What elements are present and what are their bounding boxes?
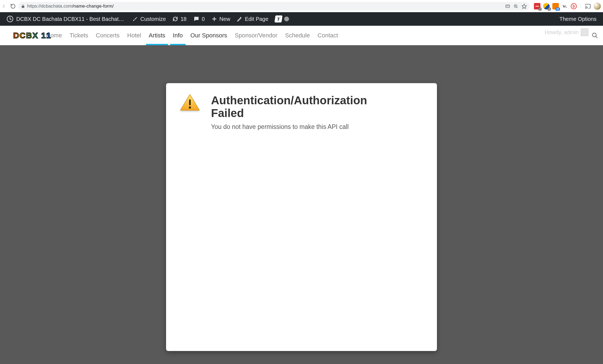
divider	[581, 4, 581, 9]
nav-sponsor-vendor[interactable]: Sponsor/Vendor	[235, 26, 278, 45]
error-card: Authentication/Authorization Failed You …	[166, 83, 437, 351]
wp-site-title[interactable]: DCBX DC Bachata DCBX11 - Best Bachata...	[7, 15, 126, 22]
nav-info[interactable]: Info	[173, 26, 183, 45]
nav-tickets[interactable]: Tickets	[70, 26, 88, 45]
warning-icon-wrap	[179, 94, 201, 111]
svg-line-5	[517, 7, 518, 8]
svg-marker-6	[522, 4, 527, 8]
extension-icon-color[interactable]: 4	[543, 3, 550, 9]
search-icon[interactable]	[592, 32, 598, 39]
howdy-label: Howdy, admin	[545, 29, 579, 35]
brush-icon	[132, 16, 138, 22]
wp-edit-label: Edit Page	[245, 16, 268, 22]
error-title: Authentication/Authorization Failed	[211, 94, 367, 119]
site-logo[interactable]: DCBX 11	[7, 29, 58, 42]
extension-icon-orange[interactable]: 68	[552, 3, 559, 9]
wp-new-label: New	[219, 16, 230, 22]
star-icon[interactable]	[521, 4, 527, 9]
nav-sponsors[interactable]: Our Sponsors	[190, 26, 227, 45]
url-text: https://dcbachata.com/name-change-form/	[27, 4, 503, 9]
wp-updates[interactable]: 18	[172, 16, 186, 22]
yoast-status-dot	[284, 17, 289, 21]
nav-artists[interactable]: Artists	[149, 26, 165, 45]
howdy-admin[interactable]: Howdy, admin	[545, 28, 588, 36]
browser-toolbar: https://dcbachata.com/name-change-form/ …	[0, 0, 603, 12]
profile-avatar[interactable]	[594, 3, 601, 10]
cast-icon[interactable]	[585, 3, 591, 9]
plus-icon	[211, 16, 217, 22]
wp-edit-page[interactable]: Edit Page	[237, 16, 268, 22]
wp-updates-count: 18	[180, 16, 186, 22]
reader-mode-icon[interactable]	[505, 4, 510, 9]
svg-point-12	[592, 33, 596, 37]
admin-avatar-placeholder	[581, 28, 588, 36]
yoast-icon: Y	[274, 15, 283, 22]
svg-point-7	[585, 8, 586, 8]
extension-icon-b[interactable]: b	[571, 3, 577, 9]
wp-yoast[interactable]: Y	[275, 15, 289, 22]
svg-point-9	[9, 18, 10, 19]
address-bar-right	[505, 4, 527, 9]
error-text: Authentication/Authorization Failed You …	[211, 94, 367, 131]
main-nav: Home Tickets Concerts Hotel Artists Info…	[46, 26, 338, 45]
lock-icon	[21, 4, 25, 8]
wp-theme-options[interactable]: Theme Options	[559, 16, 596, 22]
forward-button[interactable]	[0, 2, 8, 10]
wp-new[interactable]: New	[211, 16, 230, 22]
extension-icon-lastpass[interactable]: •••2	[534, 3, 540, 9]
wp-customize[interactable]: Customize	[132, 16, 166, 22]
updates-icon	[172, 16, 178, 22]
dashboard-icon	[7, 15, 14, 22]
warning-icon	[180, 94, 200, 111]
nav-hotel[interactable]: Hotel	[127, 26, 141, 45]
comment-icon	[193, 16, 200, 22]
wp-comments-count: 0	[202, 16, 205, 22]
pencil-icon	[237, 16, 243, 22]
address-bar[interactable]: https://dcbachata.com/name-change-form/	[18, 2, 530, 11]
svg-rect-14	[189, 99, 191, 105]
extension-icon-w[interactable]: w.	[562, 3, 568, 9]
nav-schedule[interactable]: Schedule	[285, 26, 310, 45]
nav-concerts[interactable]: Concerts	[96, 26, 120, 45]
page-inner: Authentication/Authorization Failed You …	[121, 58, 482, 351]
wp-admin-bar: DCBX DC Bachata DCBX11 - Best Bachata...…	[0, 12, 603, 26]
wp-customize-label: Customize	[140, 16, 166, 22]
svg-point-15	[189, 106, 191, 109]
reload-button[interactable]	[9, 2, 17, 10]
error-message: You do not have permissions to make this…	[211, 123, 367, 131]
wp-comments[interactable]: 0	[193, 16, 205, 22]
site-header: DCBX 11 Home Tickets Concerts Hotel Arti…	[0, 26, 603, 45]
svg-line-13	[596, 36, 597, 38]
zoom-icon[interactable]	[513, 4, 518, 9]
wp-theme-options-label: Theme Options	[559, 16, 596, 22]
page-body: Authentication/Authorization Failed You …	[0, 45, 603, 364]
extensions-area: •••2 4 68 w. b	[533, 3, 602, 10]
nav-contact[interactable]: Contact	[317, 26, 338, 45]
